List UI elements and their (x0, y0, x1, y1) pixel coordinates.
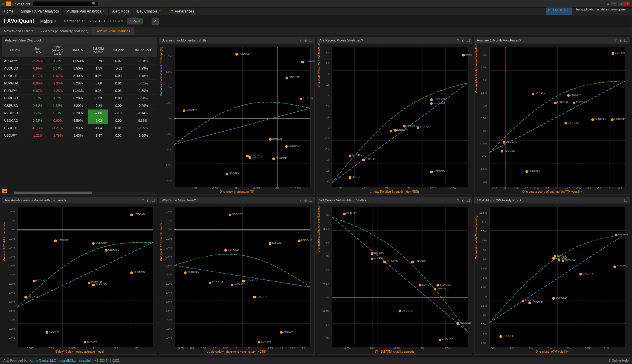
data-point[interactable]: EURUSD (130, 272, 133, 274)
menu-dev[interactable]: Dev Console ▼ (133, 7, 165, 15)
data-point[interactable]: EURCHF (269, 138, 272, 141)
table-header[interactable]: 1M VRP (108, 44, 129, 57)
help-icon[interactable]: ? (614, 39, 617, 42)
table-row[interactable]: GBPUSD0.61%1.82%8.20%-0.840.00-0.46% (2, 102, 157, 109)
data-point[interactable]: USDCAD (522, 300, 525, 303)
data-point[interactable]: EURCHF (419, 284, 421, 286)
data-point[interactable]: EURCHF (88, 281, 91, 284)
data-point[interactable]: EURJPY (258, 341, 260, 343)
data-point[interactable]: GBPUSD (301, 61, 304, 63)
data-point[interactable]: EURCHF (499, 335, 502, 338)
data-point[interactable]: GBPUSD (105, 249, 107, 252)
maximize-panel-icon[interactable] (624, 39, 627, 42)
data-point[interactable]: NZDUSD (562, 260, 565, 262)
live-toggle[interactable]: LIVE (127, 18, 143, 24)
table-row[interactable]: AUDUSD-0.99%2.07%8.50%-1.59-0.02-1.23% (2, 65, 157, 72)
maximize-button[interactable]: □ (617, 1, 624, 7)
maximize-panel-icon[interactable] (624, 199, 627, 202)
menu-alert[interactable]: Alert Mode (109, 7, 133, 15)
footer-company[interactable]: Kuma Capital LLC (30, 359, 56, 362)
help-icon[interactable]: ? (299, 199, 302, 202)
menu-single[interactable]: Single FX Pair Analytics (17, 7, 63, 15)
data-point[interactable]: USDCHF (246, 155, 249, 158)
data-point[interactable]: EURJPY (613, 265, 616, 268)
data-point[interactable]: USDCHF (298, 240, 300, 242)
data-point[interactable]: USDJPY (371, 252, 374, 255)
data-point[interactable]: USDJPY (579, 273, 582, 275)
table-row[interactable]: EURGBP-0.09%-1.30%8.28%-0.680.01-0.31% (2, 80, 157, 87)
data-point[interactable]: EURUSD (436, 284, 439, 286)
help-icon[interactable]: ? (299, 39, 302, 42)
menu-preferences[interactable]: ⚙ Preferences (167, 7, 198, 15)
footer-email[interactable]: russell@kuma.capital (59, 359, 91, 362)
data-point[interactable]: NZDUSD (430, 170, 433, 173)
table-header[interactable]: 1M ATM (68, 44, 88, 57)
scatter-plot[interactable]: AUDJPYAUDUSDEURCHFEURGBPEURJPYEURUSDGBPU… (489, 47, 625, 187)
data-point[interactable]: NZDUSD (457, 322, 459, 325)
contrast-icon[interactable]: ◐ (619, 39, 623, 42)
table-row[interactable]: EURCHF-0.17%-0.67%5.40%0.050.00-1.18% (2, 72, 157, 80)
data-point[interactable]: EURGBP (573, 102, 576, 104)
data-point[interactable]: AUDJPY (349, 154, 351, 157)
data-point[interactable]: EURUSD (462, 54, 465, 57)
maximize-panel-icon[interactable] (309, 39, 312, 42)
data-point[interactable]: USDCHF (411, 260, 414, 263)
contrast-icon[interactable]: ◐ (303, 39, 308, 42)
contrast-icon[interactable]: ◐ (146, 199, 150, 202)
data-point[interactable]: NZDUSD (33, 280, 36, 282)
data-point[interactable]: USDJPY (226, 173, 228, 175)
data-point[interactable]: AUDUSD (235, 53, 238, 55)
data-point[interactable]: AUDUSD (558, 259, 561, 261)
data-point[interactable]: AUDJPY (371, 258, 374, 260)
data-point[interactable]: NZDUSD (501, 150, 503, 152)
data-point[interactable]: USDCAD (130, 213, 133, 216)
help-icon[interactable]: ? (456, 39, 460, 42)
data-point[interactable]: USDJPY (253, 296, 256, 298)
online-help[interactable]: ? Online Help (608, 359, 629, 362)
data-point[interactable]: USDJPY (531, 93, 534, 95)
table-header[interactable]: Spot(wk ago)1w Δ (47, 44, 68, 57)
data-point[interactable]: AUDUSD (92, 284, 95, 286)
data-point[interactable]: USDJPY (362, 159, 365, 161)
maximize-panel-icon[interactable] (467, 39, 470, 42)
scatter-plot[interactable]: AUDJPYAUDUSDEURCHFEURGBPEURJPYEURUSDGBPU… (174, 47, 310, 187)
table-row[interactable]: USDCHF-0.73%-1.21%6.93%-1.040.01-0.25% (2, 124, 157, 132)
data-point[interactable]: EURGBP (383, 260, 386, 263)
menu-icon[interactable]: ≡ (607, 1, 609, 7)
scatter-plot[interactable]: AUDJPYAUDUSDEURCHFEURGBPEURJPYEURUSDGBPU… (17, 207, 153, 347)
data-point[interactable]: AUDJPY (183, 109, 186, 112)
data-point[interactable]: NZDUSD (242, 280, 245, 282)
data-point[interactable]: GBPUSD (430, 102, 433, 105)
data-point[interactable]: EURGBP (269, 242, 272, 245)
table-row[interactable]: USDJPY-1.22%-1.79%9.63%-1.470.02-1.50% (2, 132, 157, 139)
scatter-plot[interactable]: AUDJPYAUDUSDEURCHFEURGBPEURJPYEURUSDGBPU… (332, 207, 468, 347)
contrast-icon[interactable]: ◐ (461, 39, 465, 42)
data-point[interactable]: USDCAD (399, 310, 401, 312)
tab-movers[interactable]: Movers and Outliers (0, 27, 37, 35)
data-point[interactable]: EURUSD (300, 98, 302, 100)
table-header[interactable]: 1M ATMz-score (88, 44, 108, 57)
data-point[interactable]: GBPUSD (565, 122, 567, 125)
data-point[interactable]: NZDUSD (286, 76, 288, 79)
menu-home[interactable]: Home (0, 7, 17, 15)
data-point[interactable]: USDCAD (503, 141, 505, 144)
data-point[interactable]: AUDUSD (403, 125, 406, 127)
data-point[interactable]: EURCHF (389, 129, 392, 132)
data-point[interactable]: EURJPY (84, 341, 87, 343)
maximize-panel-icon[interactable] (309, 199, 312, 202)
scatter-plot[interactable]: AUDJPYAUDUSDEURCHFEURGBPEURJPYEURUSDGBPU… (174, 207, 310, 347)
search-input[interactable]: 🔍 (33, 1, 98, 7)
data-point[interactable]: AUDJPY (280, 331, 283, 334)
data-point[interactable]: EURJPY (611, 52, 614, 55)
tab-zscores[interactable]: Z-Scores (vunerability heat map) (37, 27, 92, 35)
data-point[interactable]: USDJPY (24, 296, 27, 298)
filter-dropdown[interactable]: Majors ▼ (40, 19, 57, 24)
data-point[interactable]: AUDUSD (231, 284, 234, 286)
data-point[interactable]: EURJPY (343, 212, 346, 215)
data-point[interactable]: EURGBP (92, 242, 95, 245)
data-point[interactable]: USDCAD (229, 213, 231, 216)
data-point[interactable]: EURJPY (394, 129, 397, 132)
table-row[interactable]: USDCAD0.22%-0.90%6.59%-2.020.000.33% (2, 117, 157, 124)
table-row[interactable]: AUDJPY-2.26%0.25%11.50%-0.790.02-2.28% (2, 57, 157, 65)
data-point[interactable]: EURGBP (417, 127, 419, 129)
